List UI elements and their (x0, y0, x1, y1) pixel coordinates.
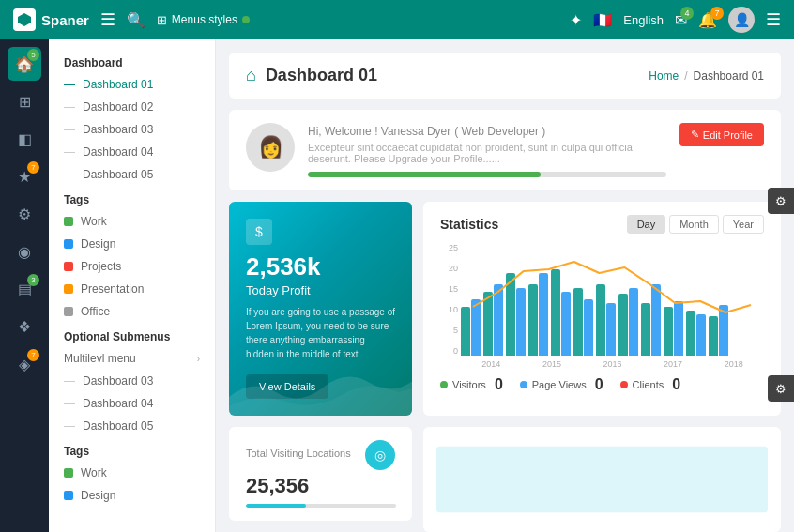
welcome-card: 👩 Hi, Welcome ! Vanessa Dyer ( Web Devel… (229, 110, 781, 190)
menu-tag-work2[interactable]: Work (49, 462, 215, 484)
sidebar-bell2-badge: 7 (27, 349, 39, 361)
welcome-avatar: 👩 (246, 123, 295, 172)
nav-menu-icon[interactable]: ☰ (766, 9, 781, 30)
menu-item-dashboard04[interactable]: Dashboard 04 (49, 141, 215, 163)
main-content: ⌂ Dashboard 01 Home / Dashboard 01 👩 Hi,… (216, 39, 794, 532)
chart-bar-group-10 (664, 301, 683, 356)
svg-marker-0 (18, 13, 31, 26)
breadcrumb-home[interactable]: Home (649, 69, 679, 83)
legend-clients: Clients 0 (620, 376, 681, 393)
menu-item-dashboard02[interactable]: Dashboard 02 (49, 96, 215, 118)
menu-section-tags: Tags (49, 186, 215, 210)
sparkle-icon[interactable]: ✦ (570, 11, 582, 29)
chart-bar-group-7 (596, 284, 616, 356)
menu-tag-projects[interactable]: Projects (49, 255, 215, 278)
chart-bar-group-8 (618, 288, 638, 356)
tab-year[interactable]: Year (723, 215, 764, 234)
bell-badge: 7 (710, 7, 724, 20)
chart-area: 25 20 15 10 5 0 (440, 243, 764, 369)
menu-section-tags2: Tags (49, 437, 215, 462)
profit-amount: 2,536k (246, 252, 395, 281)
breadcrumb: Home / Dashboard 01 (649, 69, 764, 83)
visiting-icon-button[interactable]: ◎ (365, 440, 395, 470)
tab-day[interactable]: Day (627, 215, 666, 234)
gear-button-top[interactable]: ⚙ (768, 188, 794, 214)
chart-bar-group-6 (573, 288, 593, 356)
sidebar-item-grid[interactable]: ⊞ (8, 84, 41, 118)
menu-section-dashboard: Dashboard (49, 49, 215, 73)
menus-styles-btn[interactable]: ⊞ Menus styles (157, 13, 250, 27)
chart-bar-group-12 (709, 305, 728, 356)
menu-item-dashboard03b[interactable]: Dashboard 03 (49, 370, 215, 392)
profit-description: If you are going to use a passage of Lor… (246, 305, 395, 361)
statistics-tabs: Day Month Year (627, 215, 764, 234)
statistics-card: Statistics Day Month Year 25 20 15 (423, 202, 781, 416)
edit-profile-button[interactable]: ✎ Edit Profile (679, 123, 764, 146)
sidebar-chart-badge: 3 (27, 274, 39, 286)
legend-visitors: Visitors 0 (440, 376, 503, 393)
breadcrumb-current: Dashboard 01 (694, 69, 764, 83)
chart-bar-group-4 (528, 273, 548, 356)
menu-submenu-multilevel[interactable]: Multilevl menu › (49, 347, 215, 370)
menu-item-dashboard01[interactable]: Dashboard 01 (49, 73, 215, 96)
sidebar-item-star[interactable]: ★ 7 (8, 160, 41, 193)
visiting-title: Total Visiting Locations (246, 448, 351, 459)
breadcrumb-separator: / (684, 69, 687, 83)
statistics-header: Statistics Day Month Year (440, 215, 764, 234)
app-logo[interactable]: Spaner (13, 8, 89, 31)
sidebar-item-chart[interactable]: ▤ 3 (8, 272, 41, 306)
svg-rect-1 (436, 447, 768, 513)
visiting-card: Total Visiting Locations ◎ 25,356 (229, 427, 412, 521)
menu-tag-design2[interactable]: Design (49, 484, 215, 507)
search-icon[interactable]: 🔍 (127, 11, 145, 29)
mail-badge: 4 (680, 7, 694, 20)
sidebar-home-badge: 5 (27, 49, 39, 61)
menu-item-dashboard05[interactable]: Dashboard 05 (49, 163, 215, 186)
menu-item-dashboard03[interactable]: Dashboard 03 (49, 118, 215, 141)
logo-icon (13, 8, 36, 31)
visiting-count: 25,356 (246, 474, 309, 498)
visiting-progress-bar (246, 504, 396, 508)
chevron-right-icon: › (197, 354, 200, 364)
sidebar-item-layers[interactable]: ◧ (8, 122, 41, 156)
menu-section-optional: Optional Submenus (49, 323, 215, 347)
flag-icon[interactable]: 🇫🇷 (593, 11, 612, 29)
mail-icon[interactable]: ✉ 4 (675, 11, 687, 29)
sidebar-item-bell2[interactable]: ◈ 7 (8, 347, 41, 381)
menu-tag-work[interactable]: Work (49, 210, 215, 233)
top-navigation: Spaner ☰ 🔍 ⊞ Menus styles ✦ 🇫🇷 English ✉… (0, 0, 794, 39)
tab-month[interactable]: Month (669, 215, 719, 234)
chart-bar-group-5 (551, 269, 571, 356)
sidebar-star-badge: 7 (27, 161, 39, 174)
page-title: Dashboard 01 (266, 66, 377, 85)
sidebar-item-home[interactable]: 🏠 5 (8, 47, 41, 81)
welcome-text: Excepteur sint occaecat cupidatat non pr… (308, 142, 666, 164)
dollar-icon: $ (246, 219, 272, 245)
hamburger-icon[interactable]: ☰ (100, 9, 115, 30)
chart-legend: Visitors 0 Page Views 0 Clients 0 (440, 376, 764, 393)
legend-pageviews: Page Views 0 (520, 376, 603, 393)
chart-bar-group-11 (686, 311, 706, 356)
menu-item-dashboard04b[interactable]: Dashboard 04 (49, 392, 215, 415)
welcome-progress-bar (308, 172, 666, 177)
menu-tag-office[interactable]: Office (49, 300, 215, 323)
sidebar-item-layers2[interactable]: ❖ (8, 310, 41, 343)
welcome-content: Hi, Welcome ! Vanessa Dyer ( Web Develop… (308, 123, 666, 177)
menu-item-dashboard05b[interactable]: Dashboard 05 (49, 415, 215, 437)
sidebar-item-user[interactable]: ◉ (8, 235, 41, 268)
chart-bar-group-9 (641, 284, 661, 356)
page-header: ⌂ Dashboard 01 Home / Dashboard 01 (229, 53, 781, 99)
menu-panel: Dashboard Dashboard 01 Dashboard 02 Dash… (49, 39, 216, 532)
dashboard-icon: ⌂ (246, 66, 256, 85)
bell-icon[interactable]: 🔔 7 (698, 11, 717, 29)
app-name: Spaner (41, 12, 89, 28)
gear-button-bottom[interactable]: ⚙ (768, 375, 794, 402)
menu-tag-design[interactable]: Design (49, 233, 215, 255)
language-label[interactable]: English (623, 13, 664, 27)
chart-bar-group-2 (483, 284, 503, 356)
map-placeholder (423, 427, 781, 532)
profit-card: $ 2,536k Today Profit If you are going t… (229, 202, 412, 416)
sidebar-item-settings[interactable]: ⚙ (8, 197, 41, 231)
user-avatar[interactable]: 👤 (728, 7, 755, 33)
menu-tag-presentation[interactable]: Presentation (49, 278, 215, 300)
